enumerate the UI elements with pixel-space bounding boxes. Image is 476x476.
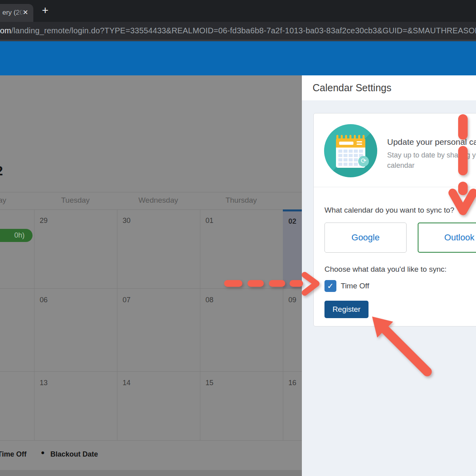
settings-card: ⟳ Update your personal calendar Stay up … xyxy=(313,113,476,326)
panel-header: Calendar Settings xyxy=(302,75,476,100)
date-cell-label: 06 xyxy=(40,296,48,304)
day-header-tuesday: Tuesday xyxy=(61,193,90,207)
new-tab-button[interactable]: + xyxy=(38,4,52,17)
screenshot-root: ery (20 ✕ + om/landing_remote/login.do?T… xyxy=(0,0,476,476)
close-tab-icon[interactable]: ✕ xyxy=(21,8,30,17)
event-pill: 0h) xyxy=(0,229,33,242)
register-button[interactable]: Register xyxy=(324,301,369,318)
date-cell-label: 01 xyxy=(205,217,213,225)
day-header-thursday: Thursday xyxy=(225,193,257,207)
grid-line xyxy=(0,209,302,210)
date-cell-label: 30 xyxy=(123,217,131,225)
app-header-bar xyxy=(0,41,476,75)
browser-tab[interactable]: ery (20 ✕ xyxy=(0,4,33,22)
page-bottom-strip xyxy=(0,470,302,476)
date-cell-label: 16 xyxy=(288,379,296,387)
sync-question: What calendar do you want to sync to? xyxy=(324,206,454,215)
day-header-monday: Monday xyxy=(0,193,6,207)
legend-time-off: Time Off xyxy=(0,450,27,459)
card-heading: Update your personal calendar xyxy=(387,136,476,148)
grid-line xyxy=(0,371,302,372)
card-description: Stay up to date by sharing your calendar xyxy=(387,150,476,171)
outlook-button[interactable]: Outlook xyxy=(418,223,476,253)
panel-title: Calendar Settings xyxy=(313,75,392,100)
grid-line xyxy=(200,209,200,440)
date-cell-label: 02 xyxy=(288,217,296,226)
date-cell-label: 09 xyxy=(288,296,296,304)
date-cell-label: 13 xyxy=(40,379,48,387)
calendar-sync-icon: ⟳ xyxy=(324,124,377,177)
google-button[interactable]: Google xyxy=(324,223,407,253)
data-question: Choose what data you'd like to sync: xyxy=(324,265,447,274)
legend-bullet-icon: ● xyxy=(41,449,45,456)
grid-line xyxy=(117,209,117,440)
browser-tab-bar: ery (20 ✕ + xyxy=(0,0,476,22)
url-domain-text: om xyxy=(0,26,11,35)
event-pill-label: 0h) xyxy=(14,231,25,240)
calendar-dimmed-region: 2 Monday Tuesday Wednesday Thursday Frid… xyxy=(0,75,302,476)
time-off-label[interactable]: Time Off xyxy=(341,282,369,290)
time-off-checkbox[interactable]: ✓ xyxy=(324,280,336,292)
legend-blackout-date: Blackout Date xyxy=(50,450,98,459)
date-cell-label: 14 xyxy=(123,379,131,387)
legend-bar: Time Off ● Blackout Date xyxy=(0,440,302,470)
day-header-wednesday: Wednesday xyxy=(138,193,178,207)
date-cell-label: 15 xyxy=(205,379,213,387)
calendar-settings-panel: Calendar Settings ⟳ Update your personal… xyxy=(302,75,476,476)
grid-line xyxy=(0,288,302,289)
month-title: 2 xyxy=(0,163,3,178)
date-cell-label: 29 xyxy=(40,217,48,225)
card-divider xyxy=(314,187,476,187)
address-bar[interactable]: om/landing_remote/login.do?TYPE=33554433… xyxy=(0,22,476,40)
sync-badge-icon: ⟳ xyxy=(358,156,369,167)
card-text-block: Update your personal calendar Stay up to… xyxy=(387,136,476,171)
date-cell-label: 07 xyxy=(123,296,131,304)
url-path-text: /landing_remote/login.do?TYPE=33554433&R… xyxy=(11,26,476,35)
grid-line xyxy=(34,209,35,440)
day-header-divider xyxy=(0,192,302,192)
panel-body: ⟳ Update your personal calendar Stay up … xyxy=(302,100,476,476)
date-cell-label: 08 xyxy=(205,296,213,304)
calendar-icon-header xyxy=(336,138,365,148)
